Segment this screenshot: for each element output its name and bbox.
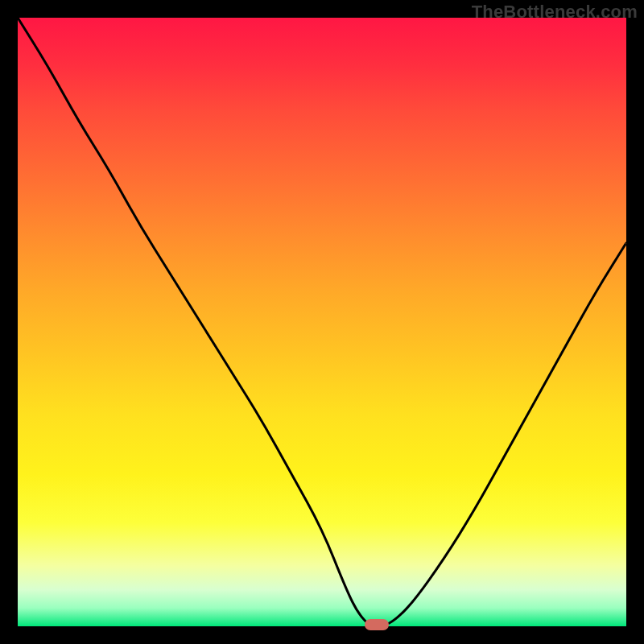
curve-left-arm: [18, 18, 370, 626]
min-marker: [365, 619, 389, 630]
chart-frame: TheBottleneck.com: [0, 0, 644, 644]
curve-right-arm: [383, 243, 626, 626]
watermark: TheBottleneck.com: [472, 2, 638, 23]
curve-layer: [18, 18, 626, 626]
